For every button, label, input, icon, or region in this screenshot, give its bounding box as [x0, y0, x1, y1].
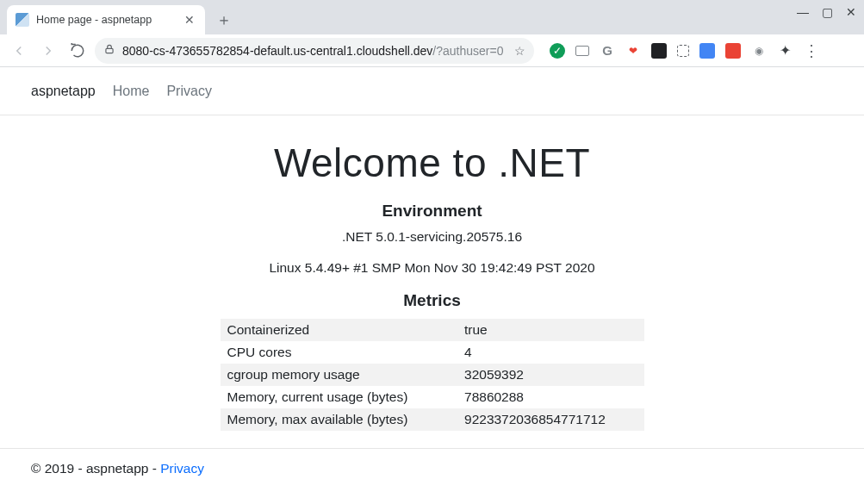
svg-rect-0: [106, 48, 113, 53]
metrics-table: Containerized true CPU cores 4 cgroup me…: [221, 319, 644, 431]
lock-icon: [103, 43, 115, 58]
address-bar[interactable]: 8080-cs-473655782854-default.us-central1…: [95, 38, 534, 64]
main-content: Welcome to .NET Environment .NET 5.0.1-s…: [0, 140, 864, 431]
metric-label: Memory, current usage (bytes): [221, 386, 458, 408]
extension-icon[interactable]: [699, 43, 715, 59]
extensions-row: ✓ G ❤ ◉ ✦ ⋮: [550, 41, 820, 60]
window-close-icon[interactable]: ✕: [845, 5, 857, 19]
site-navbar: aspnetapp Home Privacy: [0, 67, 864, 115]
browser-tab[interactable]: Home page - aspnetapp ✕: [7, 5, 205, 34]
table-row: Containerized true: [221, 319, 644, 341]
metric-label: Memory, max available (bytes): [221, 408, 458, 431]
metric-value: 9223372036854771712: [457, 408, 643, 431]
extension-icon[interactable]: ◉: [751, 43, 767, 59]
new-tab-button[interactable]: ＋: [212, 8, 236, 32]
window-titlebar: Home page - aspnetapp ✕ ＋ — ▢ ✕: [0, 0, 864, 34]
address-host: 8080-cs-473655782854-default.us-central1…: [122, 44, 432, 58]
tab-title: Home page - aspnetapp: [36, 14, 176, 26]
metric-label: CPU cores: [221, 341, 458, 364]
footer-copyright: © 2019 - aspnetapp -: [31, 461, 160, 476]
extension-icon[interactable]: [725, 43, 741, 59]
table-row: cgroup memory usage 32059392: [221, 364, 644, 386]
table-row: Memory, max available (bytes) 9223372036…: [221, 408, 644, 431]
environment-dotnet: .NET 5.0.1-servicing.20575.16: [31, 229, 833, 245]
nav-back-button[interactable]: [7, 39, 31, 63]
metric-value: 78860288: [457, 386, 643, 408]
browser-menu-icon[interactable]: ⋮: [803, 41, 820, 60]
site-footer: © 2019 - aspnetapp - Privacy: [0, 448, 864, 488]
metric-label: Containerized: [221, 319, 458, 341]
metric-value: 4: [457, 341, 643, 364]
extensions-menu-icon[interactable]: ✦: [777, 43, 793, 59]
nav-forward-button[interactable]: [36, 39, 60, 63]
window-minimize-icon[interactable]: —: [797, 5, 809, 19]
environment-heading: Environment: [31, 202, 833, 221]
metric-value: true: [457, 319, 643, 341]
nav-reload-button[interactable]: [65, 39, 90, 63]
address-url: 8080-cs-473655782854-default.us-central1…: [122, 44, 503, 58]
metric-value: 32059392: [457, 364, 643, 386]
environment-os: Linux 5.4.49+ #1 SMP Mon Nov 30 19:42:49…: [31, 260, 833, 276]
page-viewport: aspnetapp Home Privacy Welcome to .NET E…: [0, 67, 864, 504]
browser-toolbar: 8080-cs-473655782854-default.us-central1…: [0, 34, 864, 67]
window-maximize-icon[interactable]: ▢: [821, 5, 833, 19]
bookmark-star-icon[interactable]: ☆: [514, 44, 525, 58]
extension-icon[interactable]: G: [600, 43, 615, 59]
address-path: /?authuser=0: [432, 44, 503, 58]
nav-privacy-link[interactable]: Privacy: [166, 84, 211, 99]
extension-icon[interactable]: ❤: [625, 43, 641, 59]
page-title: Welcome to .NET: [31, 140, 833, 186]
brand-link[interactable]: aspnetapp: [31, 84, 96, 99]
table-row: CPU cores 4: [221, 341, 644, 364]
table-row: Memory, current usage (bytes) 78860288: [221, 386, 644, 408]
tab-close-icon[interactable]: ✕: [183, 13, 196, 27]
footer-privacy-link[interactable]: Privacy: [160, 461, 204, 476]
extension-icon[interactable]: ✓: [550, 43, 565, 59]
metrics-heading: Metrics: [31, 291, 833, 310]
nav-home-link[interactable]: Home: [113, 84, 150, 99]
extension-icon[interactable]: [651, 43, 667, 59]
metric-label: cgroup memory usage: [221, 364, 458, 386]
window-controls: — ▢ ✕: [797, 5, 857, 19]
extension-icon[interactable]: [677, 45, 689, 57]
extension-icon[interactable]: [575, 46, 589, 56]
tab-favicon: [16, 13, 29, 27]
